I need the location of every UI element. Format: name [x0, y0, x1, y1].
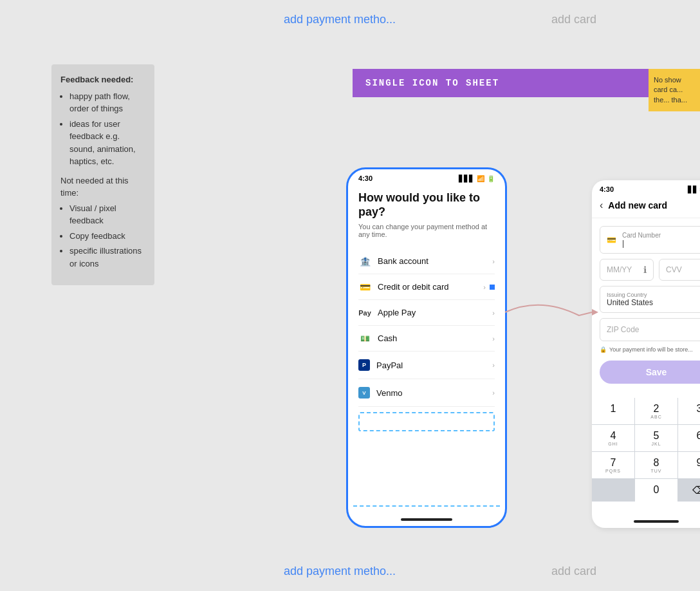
phone1-status-bar: 4:30 ▋▋▋ 📶 🔋 [348, 169, 505, 185]
nav-add-card-bottom[interactable]: add card [551, 565, 596, 578]
venmo-icon: V [358, 387, 370, 399]
not-needed-item-1: Visual / pixel feedback [69, 202, 145, 227]
phone1-time: 4:30 [358, 174, 373, 182]
venmo-chevron: › [492, 389, 495, 397]
card-number-cursor: | [622, 239, 661, 248]
purple-banner: SINGLE ICON TO SHEET [353, 69, 700, 97]
payment-option-bank[interactable]: 🏦 Bank account › [358, 249, 495, 274]
nav-add-payment-bottom[interactable]: add payment metho... [284, 565, 396, 578]
payment-option-cash-left: 💵 Cash [358, 333, 397, 343]
venmo-label: Venmo [376, 388, 402, 398]
cash-label: Cash [378, 333, 397, 343]
paypal-chevron: › [492, 361, 495, 369]
phone2-container: 4:30 ▋▋ ≈ 🔋 ‹ Add new card 💳 Card Number… [592, 180, 700, 528]
expiry-placeholder: MM/YY [607, 265, 632, 274]
payment-option-card-left: 💳 Credit or debit card [358, 282, 449, 292]
feedback-list: happy path flow, order of things ideas f… [60, 90, 145, 168]
phone2-header: ‹ Add new card [592, 196, 700, 218]
bank-chevron: › [492, 258, 495, 265]
signal-icon: ▋▋▋ [459, 175, 474, 182]
card-chevron: › [483, 283, 486, 291]
phone1-subtitle: You can change your payment method at an… [358, 223, 495, 238]
top-navigation: add payment metho... add card [180, 0, 700, 39]
applepay-label: Apple Pay [378, 308, 416, 317]
feedback-sidebar: Feedback needed: happy path flow, order … [51, 64, 154, 285]
key-0[interactable]: 0 [635, 479, 677, 502]
country-value: United States [607, 298, 700, 307]
payment-option-paypal-left: P PayPal [358, 359, 403, 371]
expiry-field[interactable]: MM/YY ℹ [600, 259, 654, 281]
payment-option-venmo[interactable]: V Venmo › [358, 379, 495, 407]
payment-option-card[interactable]: 💳 Credit or debit card › [358, 274, 495, 300]
sticky-note: No show card ca... the... tha... [649, 69, 700, 111]
svg-marker-0 [592, 309, 598, 315]
phone1-container: 4:30 ▋▋▋ 📶 🔋 How would you like to pay? … [346, 167, 507, 528]
phone2-content: 💳 Card Number | MM/YY ℹ CVV Issuing Coun… [592, 218, 700, 398]
key-3[interactable]: 3 [678, 398, 700, 424]
wifi-icon: 📶 [477, 175, 484, 182]
sticky-text: No show card ca... the... tha... [654, 76, 687, 104]
phone2-status-icons: ▋▋ ≈ 🔋 [688, 186, 700, 193]
bank-label: Bank account [378, 256, 428, 266]
security-note: 🔒 Your payment info will be store... [600, 346, 700, 353]
paypal-label: PayPal [376, 361, 403, 370]
cvv-field[interactable]: CVV [659, 259, 700, 281]
battery-icon: 🔋 [487, 175, 495, 182]
zip-field[interactable]: ZIP Code [600, 318, 700, 341]
payment-option-paypal[interactable]: P PayPal › [358, 352, 495, 379]
payment-option-applepay-left: Pay Apple Pay [358, 308, 416, 317]
payment-option-cash[interactable]: 💵 Cash › [358, 326, 495, 352]
card-number-label: Card Number [622, 232, 661, 239]
phone1-content: How would you like to pay? You can chang… [348, 185, 505, 443]
card-right: › [483, 283, 495, 291]
key-1[interactable]: 1 [592, 398, 634, 424]
feedback-title: Feedback needed: [60, 73, 145, 86]
dashed-add-box[interactable] [358, 412, 495, 431]
nav-add-payment-top[interactable]: add payment metho... [284, 13, 396, 26]
feedback-item-2: ideas for user feedback e.g. sound, anim… [69, 118, 145, 168]
nav-add-card-top[interactable]: add card [551, 13, 596, 26]
selection-indicator [490, 285, 495, 290]
cash-icon: 💵 [358, 334, 371, 343]
issuing-country-field[interactable]: Issuing Country United States [600, 286, 700, 313]
cash-chevron: › [492, 335, 495, 342]
security-text: Your payment info will be store... [609, 346, 693, 353]
key-7[interactable]: 7 PQRS [592, 452, 634, 478]
payment-option-bank-left: 🏦 Bank account [358, 256, 428, 266]
numeric-keypad: 1 2 ABC 3 4 GHI 5 JKL 6 [592, 398, 700, 502]
paypal-icon: P [358, 359, 370, 371]
expiry-cvv-row: MM/YY ℹ CVV [600, 259, 700, 281]
applepay-chevron: › [492, 309, 495, 317]
card-label: Credit or debit card [378, 282, 449, 292]
key-9[interactable]: 9 [678, 452, 700, 478]
phone2-home-indicator [634, 520, 679, 523]
card-number-field[interactable]: 💳 Card Number | [600, 226, 700, 254]
key-backspace[interactable]: ⌫ [678, 479, 700, 502]
country-label: Issuing Country [607, 292, 700, 298]
banner-text: SINGLE ICON TO SHEET [365, 78, 499, 88]
key-2[interactable]: 2 ABC [635, 398, 677, 424]
card-field-icon: 💳 [607, 236, 617, 245]
phone2-frame: 4:30 ▋▋ ≈ 🔋 ‹ Add new card 💳 Card Number… [592, 180, 700, 528]
phone2-time: 4:30 [600, 185, 614, 193]
home-indicator [401, 518, 452, 521]
key-blank [592, 479, 634, 502]
payment-option-venmo-left: V Venmo [358, 387, 402, 399]
not-needed-section: Not needed at this time: Visual / pixel … [60, 174, 145, 270]
payment-option-applepay[interactable]: Pay Apple Pay › [358, 300, 495, 326]
key-5[interactable]: 5 JKL [635, 425, 677, 451]
phone1-title: How would you like to pay? [358, 191, 495, 219]
key-6[interactable]: 6 [678, 425, 700, 451]
info-icon: ℹ [643, 265, 647, 275]
phone2-title: Add new card [608, 200, 667, 211]
save-button[interactable]: Save [600, 361, 700, 384]
curved-arrow [502, 293, 605, 332]
key-8[interactable]: 8 TUV [635, 452, 677, 478]
cvv-placeholder: CVV [666, 265, 682, 274]
not-needed-item-2: Copy feedback [69, 230, 145, 243]
back-chevron-icon[interactable]: ‹ [600, 200, 603, 211]
not-needed-list: Visual / pixel feedback Copy feedback sp… [60, 202, 145, 270]
bottom-navigation: add payment metho... add card [180, 552, 700, 591]
not-needed-item-3: specific illustrations or icons [69, 245, 145, 270]
key-4[interactable]: 4 GHI [592, 425, 634, 451]
